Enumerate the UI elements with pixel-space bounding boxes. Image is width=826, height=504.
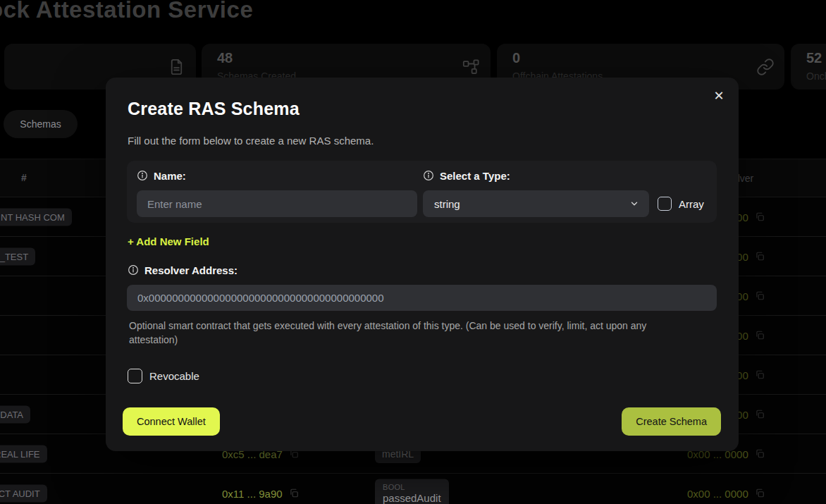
stat-card-onchain: 52 Onchain Attestations: [791, 44, 826, 90]
array-checkbox[interactable]: [658, 197, 672, 211]
create-schema-button[interactable]: Create Schema: [622, 407, 721, 436]
field-type: BOOL: [383, 482, 441, 491]
connect-wallet-button[interactable]: Connect Wallet: [123, 407, 220, 436]
stat-label: Onchain Attestations: [806, 70, 826, 82]
type-label-row: Select a Type:: [423, 169, 707, 182]
schema-name-badge: REAL LIFE: [0, 445, 47, 462]
info-icon[interactable]: [128, 264, 139, 276]
document-icon: [167, 57, 186, 76]
schema-name-badge: A_TEST: [0, 247, 35, 265]
copy-icon[interactable]: [755, 331, 765, 340]
type-select[interactable]: string: [423, 190, 649, 217]
copy-icon[interactable]: [755, 488, 765, 498]
schema-name-badge: NT HASH COM: [0, 208, 72, 226]
field-name: passedAudit: [383, 491, 441, 503]
close-icon[interactable]: ✕: [709, 86, 729, 106]
stat-value: 48: [217, 50, 233, 66]
copy-icon[interactable]: [755, 252, 765, 262]
revocable-checkbox[interactable]: [128, 369, 142, 383]
revocable-row: Revocable: [128, 369, 199, 383]
page-title: ock Attestation Service: [0, 0, 253, 25]
resolver-label: Resolver Address:: [144, 264, 238, 276]
copy-icon[interactable]: [289, 488, 299, 498]
modal-title: Create RAS Schema: [128, 99, 300, 119]
resolver-helper-text: Optional smart contract that gets execut…: [129, 319, 682, 347]
resolver-label-row: Resolver Address:: [128, 264, 238, 276]
copy-icon[interactable]: [755, 449, 765, 459]
schema-name-badge: E DATA: [0, 405, 30, 423]
column-header-number: #: [21, 172, 27, 183]
resolver-cell: 0x00 ... 0000: [687, 487, 765, 499]
info-icon[interactable]: [137, 170, 148, 181]
type-label: Select a Type:: [440, 170, 510, 182]
schema-field-badge: BOOL passedAudit: [375, 479, 449, 504]
revocable-label: Revocable: [149, 370, 199, 382]
copy-icon[interactable]: [755, 212, 765, 222]
schema-uid-cell[interactable]: 0x11 ... 9a90: [222, 487, 299, 499]
schema-name-badge: ACT AUDIT: [0, 484, 47, 502]
name-label-row: Name:: [137, 169, 417, 182]
resolver-address-input[interactable]: [127, 285, 717, 311]
network-icon: [462, 57, 481, 76]
stat-value: 52: [806, 50, 822, 66]
name-label: Name:: [154, 170, 186, 182]
link-icon: [756, 58, 775, 76]
app-window: ock Attestation Service 48 Schemas Creat…: [0, 0, 826, 504]
copy-icon[interactable]: [755, 370, 765, 380]
create-schema-modal: ✕ Create RAS Schema Fill out the form be…: [106, 78, 739, 451]
table-row: ACT AUDIT 0x11 ... 9a90 BOOL passedAudit…: [0, 473, 826, 504]
tab-schemas[interactable]: Schemas: [4, 110, 78, 138]
copy-icon[interactable]: [755, 291, 765, 301]
info-icon[interactable]: [423, 170, 434, 181]
chevron-down-icon: [629, 199, 639, 209]
array-label: Array: [679, 198, 704, 210]
stat-value: 0: [512, 50, 520, 66]
modal-subtitle: Fill out the form below to create a new …: [128, 135, 374, 147]
field-definition-box: Name: Select a Type: string Array: [127, 161, 717, 223]
copy-icon[interactable]: [755, 410, 765, 419]
type-select-value: string: [434, 198, 460, 210]
add-new-field-button[interactable]: + Add New Field: [128, 235, 209, 247]
name-input[interactable]: [137, 190, 417, 217]
